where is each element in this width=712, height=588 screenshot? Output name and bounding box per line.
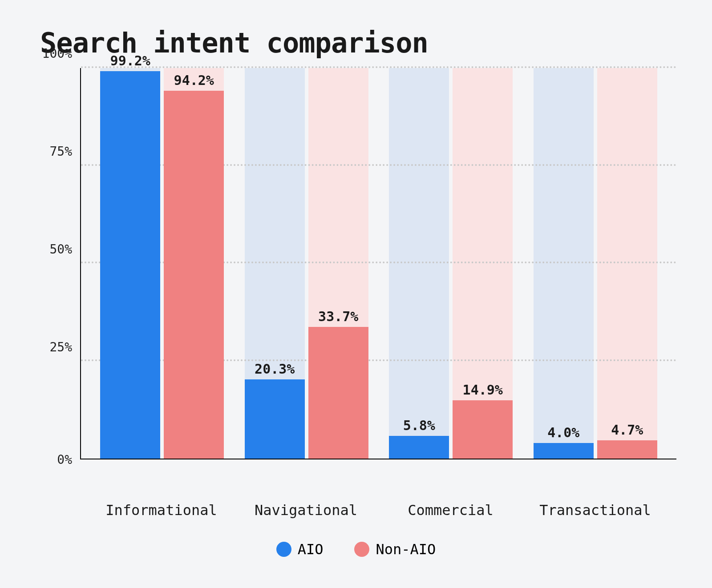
bar-group: 4.0%4.7% <box>529 68 662 459</box>
bar-value-label: 14.9% <box>463 382 503 398</box>
legend-item-nonaio: Non-AIO <box>354 541 436 558</box>
bar-slot: 33.7% <box>308 68 368 459</box>
y-axis: 0% 25% 50% 75% 100% <box>36 68 80 459</box>
y-tick-100: 100% <box>42 46 72 61</box>
chart-area: 0% 25% 50% 75% 100% 99.2%94.2%20.3%33.7%… <box>36 68 676 491</box>
bar-slot: 4.7% <box>597 68 657 459</box>
bar-slot: 14.9% <box>453 68 513 459</box>
bar-slot: 20.3% <box>245 68 305 459</box>
bar <box>389 436 449 459</box>
x-axis-label: Commercial <box>384 502 518 519</box>
legend-swatch-aio <box>276 542 291 557</box>
legend-label-aio: AIO <box>298 541 324 558</box>
bar <box>534 443 594 459</box>
legend: AIO Non-AIO <box>36 541 676 558</box>
bar-value-label: 5.8% <box>403 418 435 433</box>
y-tick-0: 0% <box>57 452 72 467</box>
bar-value-label: 99.2% <box>110 53 150 68</box>
y-tick-25: 25% <box>49 340 72 354</box>
bar <box>308 327 368 459</box>
legend-swatch-nonaio <box>354 542 369 557</box>
bar <box>100 71 160 459</box>
x-axis-label: Navigational <box>239 502 373 519</box>
bar-value-label: 94.2% <box>174 72 214 88</box>
bar-slot: 99.2% <box>100 68 160 459</box>
bar-value-label: 4.7% <box>611 422 643 438</box>
y-tick-75: 75% <box>49 144 72 159</box>
bar <box>453 400 513 459</box>
bar-background <box>389 68 449 459</box>
grid-line <box>81 66 676 68</box>
x-axis: InformationalNavigationalCommercialTrans… <box>80 491 676 519</box>
bar-value-label: 20.3% <box>255 361 295 377</box>
bar-background <box>597 68 657 459</box>
bar-background <box>534 68 594 459</box>
bar-group: 20.3%33.7% <box>240 68 373 459</box>
x-axis-label: Informational <box>95 502 228 519</box>
bar-value-label: 4.0% <box>547 425 579 440</box>
plot-area: 99.2%94.2%20.3%33.7%5.8%14.9%4.0%4.7% <box>80 68 676 459</box>
bar-slot: 94.2% <box>164 68 224 459</box>
legend-label-nonaio: Non-AIO <box>376 541 436 558</box>
bar-value-label: 33.7% <box>318 309 358 324</box>
bar <box>164 91 224 459</box>
bar <box>245 379 305 459</box>
bar-group: 5.8%14.9% <box>384 68 518 459</box>
bar-slot: 5.8% <box>389 68 449 459</box>
bar-slot: 4.0% <box>534 68 594 459</box>
y-tick-50: 50% <box>49 242 72 257</box>
bar-group: 99.2%94.2% <box>95 68 229 459</box>
legend-item-aio: AIO <box>276 541 324 558</box>
bar <box>597 440 657 459</box>
x-axis-label: Transactional <box>529 502 662 519</box>
